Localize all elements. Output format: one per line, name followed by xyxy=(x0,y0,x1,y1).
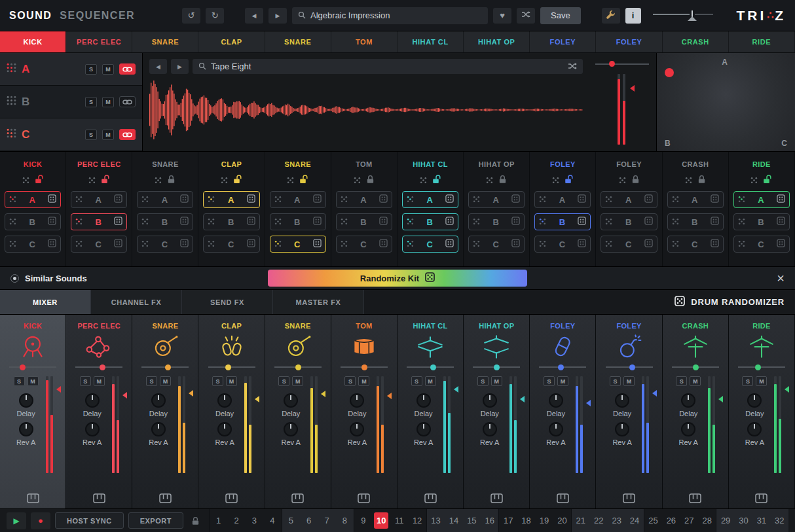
mixer-tab-channel-fx[interactable]: CHANNEL FX xyxy=(91,290,182,314)
step-9[interactable]: 9 xyxy=(356,512,371,529)
solo-button[interactable]: S xyxy=(477,376,489,386)
output-keyboard-icon[interactable] xyxy=(358,493,370,503)
channel-volume-slider[interactable] xyxy=(473,364,520,370)
sample-search-input[interactable] xyxy=(211,62,563,71)
kit-cell-hihat-cl-7-a[interactable]: A xyxy=(402,191,458,208)
channel-volume-slider[interactable] xyxy=(606,364,653,370)
layer-row-b[interactable]: BSM xyxy=(0,86,142,118)
randomize-cell-icon[interactable] xyxy=(578,194,586,205)
dice-icon[interactable] xyxy=(619,175,626,186)
randomize-cell-icon[interactable] xyxy=(445,216,454,228)
delay-knob[interactable] xyxy=(549,393,563,408)
reverb-send-knob[interactable] xyxy=(615,422,629,436)
mute-button[interactable]: M xyxy=(756,376,767,386)
delay-knob[interactable] xyxy=(681,393,695,408)
kit-cell-perc-elec-2-b[interactable]: B xyxy=(71,213,127,230)
randomize-cell-icon[interactable] xyxy=(777,194,785,205)
kit-cell-foley-9-b[interactable]: B xyxy=(534,213,591,230)
dice-icon[interactable] xyxy=(552,175,559,186)
kit-cell-snare-5-c[interactable]: C xyxy=(270,236,326,253)
step-1[interactable]: 1 xyxy=(212,512,226,529)
dice-icon[interactable] xyxy=(420,175,427,186)
dice-icon[interactable] xyxy=(155,175,162,186)
sample-shuffle-icon[interactable] xyxy=(568,61,577,73)
mute-button[interactable]: M xyxy=(94,376,105,386)
step-21[interactable]: 21 xyxy=(574,512,588,529)
step-24[interactable]: 24 xyxy=(627,512,642,529)
mute-button[interactable]: M xyxy=(557,376,568,386)
master-volume-slider[interactable] xyxy=(652,10,714,22)
channel-volume-slider[interactable] xyxy=(407,364,454,370)
step-5[interactable]: 5 xyxy=(284,512,298,529)
kit-cell-hihat-op-8-a[interactable]: A xyxy=(468,191,525,208)
randomize-cell-icon[interactable] xyxy=(445,238,454,250)
randomize-cell-icon[interactable] xyxy=(247,194,255,205)
layer-mute-button[interactable]: M xyxy=(102,64,114,75)
track-tab-hihat-op-8[interactable]: HIHAT OP xyxy=(464,31,530,52)
layer-mute-button[interactable]: M xyxy=(102,130,114,140)
reverb-send-knob[interactable] xyxy=(350,422,364,436)
delay-knob[interactable] xyxy=(217,393,232,408)
meter-marker[interactable] xyxy=(652,390,657,397)
lock-open-icon[interactable] xyxy=(299,175,308,186)
output-keyboard-icon[interactable] xyxy=(689,493,701,503)
output-keyboard-icon[interactable] xyxy=(93,493,105,503)
randomize-cell-icon[interactable] xyxy=(777,238,785,250)
kit-cell-clap-4-b[interactable]: B xyxy=(203,213,259,230)
kit-cell-tom-6-a[interactable]: A xyxy=(336,191,392,208)
meter-marker[interactable] xyxy=(321,391,325,397)
kit-cell-hihat-op-8-b[interactable]: B xyxy=(468,213,525,230)
randomize-cell-icon[interactable] xyxy=(644,194,653,205)
randomize-cell-icon[interactable] xyxy=(379,216,388,228)
reverb-send-knob[interactable] xyxy=(681,422,695,436)
mixer-tab-send-fx[interactable]: SEND FX xyxy=(182,290,273,314)
track-tab-crash-11[interactable]: CRASH xyxy=(663,31,729,52)
lock-closed-icon[interactable] xyxy=(366,175,375,186)
delay-knob[interactable] xyxy=(483,393,497,408)
kit-cell-foley-10-a[interactable]: A xyxy=(601,191,657,208)
step-27[interactable]: 27 xyxy=(682,512,696,529)
delay-knob[interactable] xyxy=(350,393,364,408)
mute-button[interactable]: M xyxy=(28,376,39,386)
save-button[interactable]: Save xyxy=(540,7,581,24)
kit-cell-snare-3-a[interactable]: A xyxy=(137,191,193,208)
layer-solo-button[interactable]: S xyxy=(85,64,97,75)
solo-button[interactable]: S xyxy=(212,376,223,386)
preset-search[interactable] xyxy=(292,7,488,24)
dice-icon[interactable] xyxy=(22,175,29,186)
kit-cell-crash-11-c[interactable]: C xyxy=(667,236,724,253)
mute-button[interactable]: M xyxy=(358,376,369,386)
randomize-cell-icon[interactable] xyxy=(48,194,56,205)
randomize-cell-icon[interactable] xyxy=(180,194,189,205)
meter-marker[interactable] xyxy=(255,396,259,402)
output-keyboard-icon[interactable] xyxy=(225,493,238,503)
step-26[interactable]: 26 xyxy=(664,512,678,529)
play-button[interactable]: ▶ xyxy=(7,512,26,529)
step-20[interactable]: 20 xyxy=(555,512,569,529)
track-tab-foley-9[interactable]: FOLEY xyxy=(530,31,596,52)
lock-open-icon[interactable] xyxy=(564,175,574,186)
solo-button[interactable]: S xyxy=(411,376,422,386)
meter-marker[interactable] xyxy=(387,393,392,399)
reverb-send-knob[interactable] xyxy=(85,422,100,436)
layer-row-a[interactable]: ASM xyxy=(0,53,142,86)
randomize-cell-icon[interactable] xyxy=(180,216,189,228)
preset-next-button[interactable]: ▶ xyxy=(268,8,287,24)
info-button[interactable]: i xyxy=(625,8,641,24)
solo-button[interactable]: S xyxy=(544,376,555,386)
step-4[interactable]: 4 xyxy=(265,512,280,529)
randomize-cell-icon[interactable] xyxy=(511,238,520,250)
randomize-cell-icon[interactable] xyxy=(578,216,586,228)
reverb-send-knob[interactable] xyxy=(549,422,563,436)
delay-knob[interactable] xyxy=(85,393,100,408)
kit-cell-kick-1-b[interactable]: B xyxy=(5,213,61,230)
output-keyboard-icon[interactable] xyxy=(27,493,39,503)
settings-button[interactable] xyxy=(602,8,620,24)
randomize-cell-icon[interactable] xyxy=(777,216,785,228)
meter-marker[interactable] xyxy=(785,386,789,393)
randomize-cell-icon[interactable] xyxy=(48,238,56,250)
reverb-send-knob[interactable] xyxy=(19,422,33,436)
randomize-cell-icon[interactable] xyxy=(114,194,122,205)
mute-button[interactable]: M xyxy=(226,376,237,386)
solo-button[interactable]: S xyxy=(610,376,621,386)
